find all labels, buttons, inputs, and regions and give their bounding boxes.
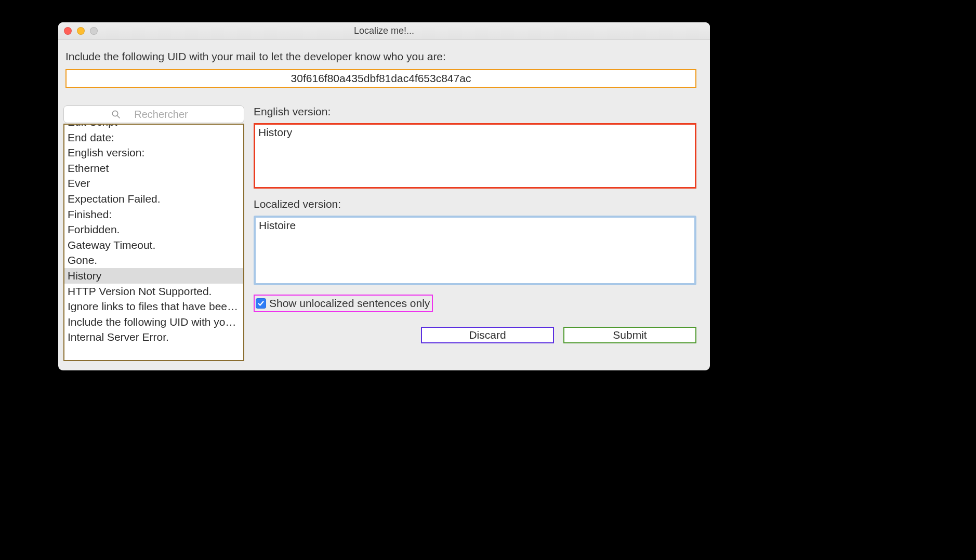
list-item[interactable]: History (64, 268, 243, 284)
english-version-label: English version: (254, 105, 696, 118)
submit-button-label: Submit (613, 329, 647, 341)
traffic-lights (64, 27, 98, 35)
list-item[interactable]: Forbidden. (64, 222, 243, 237)
content: Include the following UID with your mail… (58, 40, 710, 370)
english-text-value: History (258, 126, 292, 138)
left-column: Edit ScriptEnd date:English version:Ethe… (63, 105, 244, 361)
list-item[interactable]: English version: (64, 145, 243, 161)
uid-label: Include the following UID with your mail… (65, 50, 696, 63)
lower-area: Edit ScriptEnd date:English version:Ethe… (63, 105, 696, 361)
list-item[interactable]: Finished: (64, 207, 243, 222)
window-title: Localize me!... (58, 25, 710, 36)
string-list[interactable]: Edit ScriptEnd date:English version:Ethe… (63, 124, 244, 361)
discard-button[interactable]: Discard (421, 327, 554, 343)
close-icon[interactable] (64, 27, 72, 35)
list-item[interactable]: Expectation Failed. (64, 191, 243, 207)
button-row: Discard Submit (254, 327, 696, 343)
list-item[interactable]: Edit Script (64, 124, 243, 130)
list-item[interactable]: Internal Server Error. (64, 329, 243, 345)
english-text[interactable]: History (254, 123, 696, 189)
uid-value: 30f616f80a435dbf81dac4f653c847ac (291, 72, 471, 85)
minimize-icon[interactable] (77, 27, 85, 35)
titlebar[interactable]: Localize me!... (58, 22, 710, 40)
list-item[interactable]: Include the following UID with yo… (64, 314, 243, 330)
discard-button-label: Discard (469, 329, 506, 341)
right-column: English version: History Localized versi… (254, 105, 696, 361)
list-item[interactable]: Gone. (64, 252, 243, 268)
list-item[interactable]: HTTP Version Not Supported. (64, 284, 243, 299)
list-item[interactable]: Ethernet (64, 161, 243, 176)
localized-text[interactable] (254, 216, 696, 285)
checkbox-label: Show unlocalized sentences only (269, 297, 430, 310)
search-input[interactable] (63, 105, 244, 123)
checkbox-icon[interactable] (256, 298, 266, 309)
submit-button[interactable]: Submit (563, 327, 696, 343)
list-item[interactable]: Ever (64, 176, 243, 191)
app-window: Localize me!... Include the following UI… (58, 22, 710, 370)
zoom-icon (90, 27, 98, 35)
localized-version-label: Localized version: (254, 198, 696, 210)
search-wrap (63, 105, 244, 123)
list-item[interactable]: End date: (64, 130, 243, 145)
list-item[interactable]: Ignore links to files that have bee… (64, 299, 243, 314)
list-item[interactable]: Gateway Timeout. (64, 237, 243, 253)
unlocalized-only-row[interactable]: Show unlocalized sentences only (254, 295, 433, 312)
uid-field[interactable]: 30f616f80a435dbf81dac4f653c847ac (65, 69, 696, 88)
